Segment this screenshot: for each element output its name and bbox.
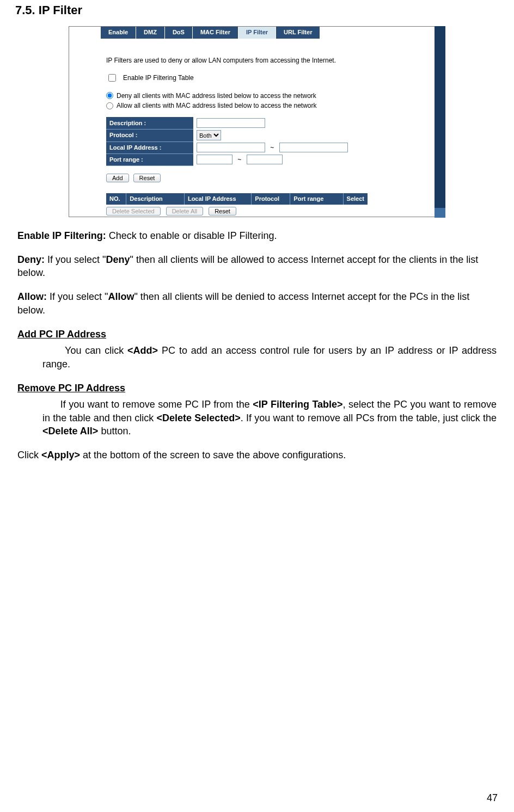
tab-dmz[interactable]: DMZ [136,27,165,39]
col-select: Select [344,193,368,205]
allow-mode-label: Allow all clients with MAC address liste… [117,101,317,110]
apply-bold: <Apply> [41,450,80,460]
col-local-ip: Local IP Address [185,193,252,205]
remove-pc-heading: Remove PC IP Address [17,383,125,393]
tab-mac-filter[interactable]: MAC Filter [193,27,238,39]
local-ip-from-input[interactable] [197,143,265,152]
col-protocol: Protocol [252,193,290,205]
protocol-select[interactable]: Both [197,130,221,140]
delete-all-button[interactable]: Delete All [166,207,203,216]
tab-url-filter[interactable]: URL Filter [276,27,320,39]
remove-pc-text-a: If you want to remove some PC IP from th… [60,399,253,410]
enable-ip-filtering-checkbox[interactable] [108,74,116,82]
apply-text-b: at the bottom of the screen to save the … [80,450,346,460]
col-port-range: Port range [290,193,343,205]
port-from-input[interactable] [197,155,232,164]
allow-term: Allow: [17,291,47,302]
tab-ip-filter[interactable]: IP Filter [238,27,276,39]
reset-button[interactable]: Reset [133,174,161,182]
local-ip-to-input[interactable] [279,143,348,152]
add-pc-text-a: You can click [65,345,127,356]
reset-button-2[interactable]: Reset [209,207,236,216]
tab-bar: Enable DMZ DoS MAC Filter IP Filter URL … [101,27,433,39]
port-to-input[interactable] [247,155,283,164]
tab-enable[interactable]: Enable [101,27,136,39]
remove-pc-bold1: <IP Filtering Table> [253,399,342,410]
ip-filter-table-header: NO. Description Local IP Address Protoco… [106,193,368,205]
protocol-label: Protocol : [106,129,193,142]
deny-bold: Deny [106,254,130,265]
section-heading: 7.5. IP Filter [15,2,499,19]
page-number: 47 [487,791,498,804]
description-input[interactable] [197,118,265,128]
remove-pc-bold2: <Delete Selected> [157,413,241,423]
enable-filtering-term: Enable IP Filtering: [17,230,106,241]
router-ui-screenshot: Enable DMZ DoS MAC Filter IP Filter URL … [69,26,445,217]
deny-desc-a: If you select " [45,254,106,265]
local-ip-label: Local IP Address : [106,142,193,153]
allow-bold: Allow [108,291,134,302]
enable-ip-filtering-label: Enable IP Filtering Table [123,73,194,82]
port-range-label: Port range : [106,153,193,165]
panel-intro-text: IP Filters are used to deny or allow LAN… [106,55,429,72]
deny-mode-radio[interactable] [106,92,113,99]
allow-desc-a: If you select " [47,291,108,302]
right-scroll-strip [435,26,445,217]
remove-pc-bold3: <Delete All> [42,426,98,436]
description-text: Enable IP Filtering: Check to enable or … [17,229,497,462]
deny-mode-label: Deny all clients with MAC address listed… [117,91,316,100]
add-pc-heading: Add PC IP Address [17,329,106,340]
remove-pc-text-c: . If you want to remove all PCs from the… [241,413,497,423]
col-description: Description [126,193,185,205]
apply-text-a: Click [17,450,41,460]
deny-term: Deny: [17,254,45,265]
tab-dos[interactable]: DoS [165,27,193,39]
description-label: Description : [106,117,193,129]
add-button[interactable]: Add [106,174,129,182]
allow-mode-radio[interactable] [106,102,113,109]
col-no: NO. [106,193,126,205]
delete-selected-button[interactable]: Delete Selected [106,207,161,216]
add-pc-bold: <Add> [127,345,158,356]
remove-pc-text-d: button. [98,426,131,436]
ip-filter-form: Description : Protocol : Both Local IP A… [106,117,351,166]
enable-filtering-desc: Check to enable or disable IP Filtering. [106,230,277,241]
tilde-separator-2: ~ [234,156,244,163]
tilde-separator: ~ [267,144,277,151]
